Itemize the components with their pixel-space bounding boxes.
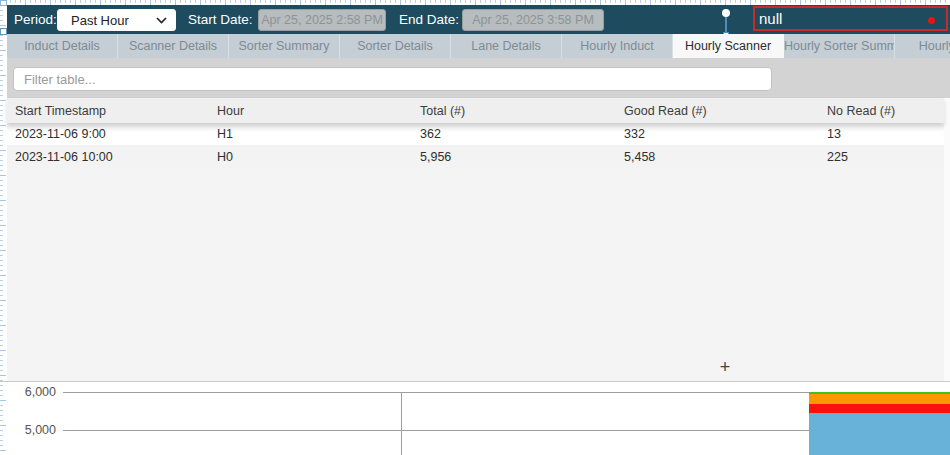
table-cell: 13 [827,127,944,141]
filter-band [7,58,950,98]
tab-lane-details[interactable]: Lane Details [451,34,562,58]
chevron-down-icon [156,17,167,24]
period-label: Period: [14,5,57,34]
table-cell: 225 [827,150,944,164]
column-header-good-read-[interactable]: Good Read (#) [624,104,827,118]
table-bottom-divider [0,381,950,382]
table-row[interactable]: 2023-11-06 9:00H136233213 [7,123,944,145]
table-cell: 5,956 [420,150,624,164]
table-cell: 2023-11-06 10:00 [15,150,217,164]
table-cell: 362 [420,127,624,141]
tab-induct-details[interactable]: Induct Details [7,34,118,58]
hourly-scanner-chart: 6,000 5,000 [6,383,950,455]
column-header-no-read-[interactable]: No Read (#) [827,104,944,118]
period-dropdown[interactable]: Past Hour [57,9,176,31]
tab-scanner-details[interactable]: Scanner Details [118,34,229,58]
column-header-total-[interactable]: Total (#) [420,104,624,118]
tab-hourly-sort[interactable]: Hourly Sort [895,34,950,58]
tab-sorter-summary[interactable]: Sorter Summary [229,34,340,58]
tab-bar: Induct DetailsScanner DetailsSorter Summ… [7,34,950,58]
bar-segment-no-read [809,404,950,413]
end-date-field[interactable]: Apr 25, 2025 3:58 PM [462,9,604,31]
table-empty-area [7,168,944,381]
guide-handle[interactable] [0,28,7,35]
bar-segment-good-read [809,413,950,455]
table-header: Start TimestampHourTotal (#)Good Read (#… [7,98,944,123]
table-cell: 332 [624,127,827,141]
table-cell: H0 [217,150,420,164]
table-scrollbar-track[interactable] [944,98,950,381]
table-cell: 2023-11-06 9:00 [15,127,217,141]
filter-table-input[interactable] [13,67,772,91]
selection-handle[interactable] [722,7,730,36]
ruler-corner-box [0,0,7,6]
tab-sorter-details[interactable]: Sorter Details [340,34,451,58]
start-date-label: Start Date: [188,5,253,34]
period-dropdown-value: Past Hour [58,13,156,28]
vertical-gridline [401,392,402,455]
red-dot-icon [928,17,935,24]
add-button[interactable]: + [712,355,738,379]
y-axis-tick-5000: 5,000 [6,423,56,437]
table-cell: H1 [217,127,420,141]
column-header-start-timestamp[interactable]: Start Timestamp [15,104,217,118]
tab-hourly-scanner[interactable]: Hourly Scanner [673,34,784,58]
start-date-field[interactable]: Apr 25, 2025 2:58 PM [258,9,386,31]
end-date-label: End Date: [399,5,459,34]
bar-segment-orange-segment [809,394,950,404]
toolbar: Period: Past Hour Start Date: Apr 25, 20… [7,5,950,34]
stacked-bar[interactable] [809,392,950,455]
selection-handle-knob[interactable] [722,9,730,17]
y-axis-tick-6000: 6,000 [6,385,56,399]
null-text: null [759,10,782,27]
table-cell: 5,458 [624,150,827,164]
tab-hourly-induct[interactable]: Hourly Induct [562,34,673,58]
tab-hourly-sorter-summar[interactable]: Hourly Sorter Summar [784,34,895,58]
column-header-hour[interactable]: Hour [217,104,420,118]
selected-null-element[interactable]: null [753,6,948,31]
table-row[interactable]: 2023-11-06 10:00H05,9565,458225 [7,145,944,168]
